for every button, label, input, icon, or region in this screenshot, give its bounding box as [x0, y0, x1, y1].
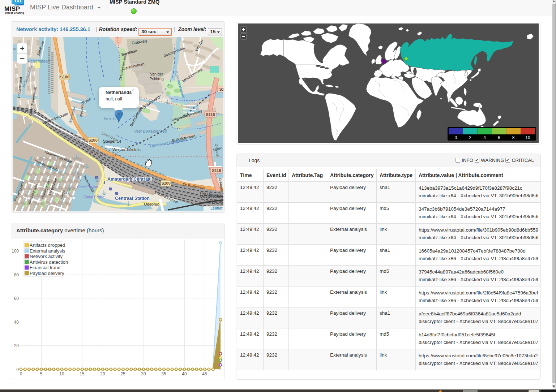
svg-text:45: 45: [202, 371, 207, 376]
svg-text:6: 6: [498, 135, 500, 140]
svg-text:S100: S100: [161, 181, 171, 185]
svg-text:Odebrug: Odebrug: [144, 202, 159, 206]
svg-text:Canal Cruise: Canal Cruise: [77, 185, 98, 189]
svg-text:80: 80: [14, 272, 19, 277]
svg-text:S100: S100: [88, 138, 98, 142]
svg-text:100: 100: [12, 249, 19, 254]
svg-text:0: 0: [16, 367, 19, 372]
svg-text:Veer Buiksloterweg: Veer Buiksloterweg: [134, 129, 167, 133]
svg-text:S116: S116: [212, 168, 221, 173]
svg-text:Artifacts dropped: Artifacts dropped: [30, 242, 65, 248]
svg-text:Realengracht: Realengracht: [28, 59, 51, 63]
svg-text:Centraal Station: Centraal Station: [115, 196, 150, 201]
svg-text:Financial fraud: Financial fraud: [30, 265, 60, 270]
svg-text:4: 4: [483, 135, 486, 140]
svg-text:Pekbrug: Pekbrug: [149, 77, 163, 81]
svg-text:S116: S116: [206, 112, 215, 117]
svg-text:Westerdoksluis: Westerdoksluis: [112, 147, 141, 152]
svg-text:⚓: ⚓: [101, 190, 106, 195]
svg-text:25: 25: [120, 371, 125, 376]
svg-text:20: 20: [14, 343, 19, 348]
svg-text:Spoorbrug: Spoorbrug: [204, 199, 223, 203]
svg-text:30: 30: [141, 371, 146, 376]
svg-text:0: 0: [20, 371, 22, 376]
svg-text:⚓: ⚓: [165, 99, 170, 104]
svg-text:Threat Sharing: Threat Sharing: [5, 11, 24, 14]
svg-text:Antivirus detection: Antivirus detection: [30, 259, 68, 265]
svg-text:ou: ou: [13, 46, 17, 50]
svg-text:⚓: ⚓: [74, 154, 79, 159]
svg-text:40: 40: [182, 371, 187, 376]
svg-text:10: 10: [525, 135, 530, 140]
svg-text:⚓: ⚓: [94, 177, 99, 182]
svg-text:0: 0: [455, 135, 457, 140]
svg-text:Payload delivery: Payload delivery: [30, 271, 64, 276]
svg-text:5: 5: [40, 371, 43, 376]
svg-text:Canal Cruise: Canal Cruise: [84, 195, 104, 199]
svg-text:⚓: ⚓: [126, 201, 131, 206]
svg-text:8: 8: [512, 135, 515, 140]
svg-text:S11: S11: [219, 87, 223, 91]
svg-text:Amsterdam Centraal: Amsterdam Centraal: [107, 177, 151, 182]
svg-text:S100: S100: [60, 75, 69, 79]
svg-text:External analysis: External analysis: [30, 248, 65, 254]
svg-text:2: 2: [469, 135, 471, 140]
svg-text:15: 15: [80, 371, 85, 376]
svg-text:Van der: Van der: [150, 72, 163, 76]
svg-text:Network activity: Network activity: [30, 254, 63, 259]
svg-text:⚓: ⚓: [84, 163, 89, 168]
svg-text:35: 35: [161, 371, 166, 376]
svg-text:60: 60: [14, 296, 19, 301]
svg-text:10: 10: [59, 371, 64, 376]
svg-text:40: 40: [14, 320, 19, 325]
svg-text:20: 20: [100, 371, 105, 376]
